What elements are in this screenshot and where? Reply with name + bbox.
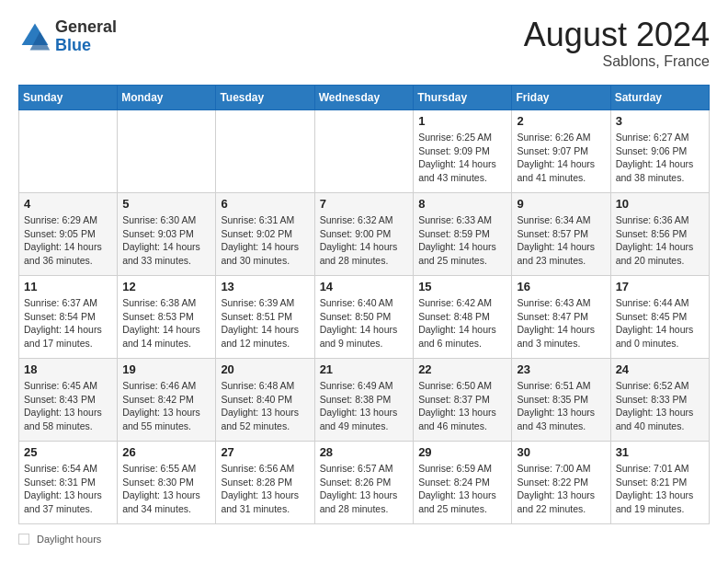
table-row: 15Sunrise: 6:42 AM Sunset: 8:48 PM Dayli…	[414, 276, 512, 359]
table-row: 18Sunrise: 6:45 AM Sunset: 8:43 PM Dayli…	[19, 359, 118, 442]
table-row: 6Sunrise: 6:31 AM Sunset: 9:02 PM Daylig…	[216, 193, 314, 276]
table-row: 29Sunrise: 6:59 AM Sunset: 8:24 PM Dayli…	[414, 442, 512, 524]
day-info: Sunrise: 6:54 AM Sunset: 8:31 PM Dayligh…	[24, 462, 112, 516]
table-row: 24Sunrise: 6:52 AM Sunset: 8:33 PM Dayli…	[610, 359, 709, 442]
day-number: 23	[517, 362, 605, 376]
day-info: Sunrise: 6:38 AM Sunset: 8:53 PM Dayligh…	[122, 296, 210, 350]
table-row: 20Sunrise: 6:48 AM Sunset: 8:40 PM Dayli…	[216, 359, 314, 442]
header-wednesday: Wednesday	[314, 86, 414, 110]
day-info: Sunrise: 6:31 AM Sunset: 9:02 PM Dayligh…	[221, 213, 309, 268]
table-row: 25Sunrise: 6:54 AM Sunset: 8:31 PM Dayli…	[19, 442, 118, 524]
day-info: Sunrise: 6:55 AM Sunset: 8:30 PM Dayligh…	[122, 462, 210, 516]
day-number: 7	[320, 197, 409, 211]
day-info: Sunrise: 6:57 AM Sunset: 8:26 PM Dayligh…	[320, 462, 409, 516]
table-row: 7Sunrise: 6:32 AM Sunset: 9:00 PM Daylig…	[314, 193, 414, 276]
day-info: Sunrise: 6:52 AM Sunset: 8:33 PM Dayligh…	[616, 379, 704, 433]
day-info: Sunrise: 6:40 AM Sunset: 8:50 PM Dayligh…	[320, 296, 409, 350]
title-block: August 2024 Sablons, France	[524, 18, 710, 70]
day-info: Sunrise: 6:37 AM Sunset: 8:54 PM Dayligh…	[24, 296, 112, 350]
table-row: 10Sunrise: 6:36 AM Sunset: 8:56 PM Dayli…	[610, 193, 709, 276]
footer: Daylight hours	[18, 534, 710, 545]
day-number: 10	[616, 197, 704, 211]
day-number: 20	[221, 362, 309, 376]
day-number: 16	[517, 280, 605, 293]
table-row: 23Sunrise: 6:51 AM Sunset: 8:35 PM Dayli…	[512, 359, 610, 442]
header-friday: Friday	[512, 86, 610, 110]
day-number: 24	[616, 362, 704, 376]
table-row: 11Sunrise: 6:37 AM Sunset: 8:54 PM Dayli…	[19, 276, 118, 359]
day-info: Sunrise: 6:48 AM Sunset: 8:40 PM Dayligh…	[221, 379, 309, 433]
table-row: 16Sunrise: 6:43 AM Sunset: 8:47 PM Dayli…	[512, 276, 610, 359]
logo-icon	[18, 20, 51, 53]
table-row: 13Sunrise: 6:39 AM Sunset: 8:51 PM Dayli…	[216, 276, 314, 359]
day-info: Sunrise: 6:51 AM Sunset: 8:35 PM Dayligh…	[517, 379, 605, 433]
day-number: 22	[418, 362, 506, 376]
day-number: 2	[517, 114, 605, 128]
table-row: 30Sunrise: 7:00 AM Sunset: 8:22 PM Dayli…	[512, 442, 610, 524]
day-number: 30	[517, 445, 605, 459]
day-number: 28	[320, 445, 409, 459]
daylight-label: Daylight hours	[37, 534, 101, 545]
calendar-week-row: 18Sunrise: 6:45 AM Sunset: 8:43 PM Dayli…	[19, 359, 710, 442]
logo-text: General Blue	[55, 18, 117, 55]
logo-general: General	[55, 17, 117, 36]
month-year: August 2024	[524, 18, 710, 52]
table-row: 5Sunrise: 6:30 AM Sunset: 9:03 PM Daylig…	[118, 193, 216, 276]
logo: General Blue	[18, 18, 117, 55]
day-number: 5	[122, 197, 210, 211]
header-thursday: Thursday	[414, 86, 512, 110]
table-row: 27Sunrise: 6:56 AM Sunset: 8:28 PM Dayli…	[216, 442, 314, 524]
day-info: Sunrise: 6:26 AM Sunset: 9:07 PM Dayligh…	[517, 131, 605, 185]
daylight-legend-box	[18, 534, 29, 545]
day-number: 31	[616, 445, 704, 459]
day-info: Sunrise: 6:34 AM Sunset: 8:57 PM Dayligh…	[517, 213, 605, 268]
day-info: Sunrise: 6:36 AM Sunset: 8:56 PM Dayligh…	[616, 213, 704, 268]
day-number: 15	[418, 280, 506, 293]
table-row: 1Sunrise: 6:25 AM Sunset: 9:09 PM Daylig…	[414, 110, 512, 193]
table-row: 17Sunrise: 6:44 AM Sunset: 8:45 PM Dayli…	[610, 276, 709, 359]
table-row: 28Sunrise: 6:57 AM Sunset: 8:26 PM Dayli…	[314, 442, 414, 524]
day-number: 9	[517, 197, 605, 211]
day-info: Sunrise: 6:32 AM Sunset: 9:00 PM Dayligh…	[320, 213, 409, 268]
table-row: 8Sunrise: 6:33 AM Sunset: 8:59 PM Daylig…	[414, 193, 512, 276]
day-info: Sunrise: 6:49 AM Sunset: 8:38 PM Dayligh…	[320, 379, 409, 433]
table-row	[314, 110, 414, 193]
logo-blue: Blue	[55, 36, 91, 54]
day-number: 29	[418, 445, 506, 459]
day-info: Sunrise: 6:50 AM Sunset: 8:37 PM Dayligh…	[418, 379, 506, 433]
day-number: 8	[418, 197, 506, 211]
day-info: Sunrise: 6:29 AM Sunset: 9:05 PM Dayligh…	[24, 213, 112, 268]
day-info: Sunrise: 6:25 AM Sunset: 9:09 PM Dayligh…	[418, 131, 506, 185]
day-info: Sunrise: 7:01 AM Sunset: 8:21 PM Dayligh…	[616, 462, 704, 516]
calendar-header-row: Sunday Monday Tuesday Wednesday Thursday…	[19, 86, 710, 110]
table-row	[118, 110, 216, 193]
table-row: 2Sunrise: 6:26 AM Sunset: 9:07 PM Daylig…	[512, 110, 610, 193]
header-tuesday: Tuesday	[216, 86, 314, 110]
day-info: Sunrise: 6:33 AM Sunset: 8:59 PM Dayligh…	[418, 213, 506, 268]
day-number: 25	[24, 445, 112, 459]
day-number: 3	[616, 114, 704, 128]
day-number: 1	[418, 114, 506, 128]
table-row	[216, 110, 314, 193]
day-info: Sunrise: 6:46 AM Sunset: 8:42 PM Dayligh…	[122, 379, 210, 433]
day-number: 6	[221, 197, 309, 211]
day-info: Sunrise: 6:42 AM Sunset: 8:48 PM Dayligh…	[418, 296, 506, 350]
page-header: General Blue August 2024 Sablons, France	[18, 18, 710, 70]
day-number: 13	[221, 280, 309, 293]
day-number: 27	[221, 445, 309, 459]
day-info: Sunrise: 6:27 AM Sunset: 9:06 PM Dayligh…	[616, 131, 704, 185]
calendar-table: Sunday Monday Tuesday Wednesday Thursday…	[18, 85, 710, 524]
day-info: Sunrise: 6:39 AM Sunset: 8:51 PM Dayligh…	[221, 296, 309, 350]
calendar-week-row: 1Sunrise: 6:25 AM Sunset: 9:09 PM Daylig…	[19, 110, 710, 193]
day-info: Sunrise: 6:45 AM Sunset: 8:43 PM Dayligh…	[24, 379, 112, 433]
day-number: 17	[616, 280, 704, 293]
table-row: 9Sunrise: 6:34 AM Sunset: 8:57 PM Daylig…	[512, 193, 610, 276]
calendar-week-row: 4Sunrise: 6:29 AM Sunset: 9:05 PM Daylig…	[19, 193, 710, 276]
table-row: 21Sunrise: 6:49 AM Sunset: 8:38 PM Dayli…	[314, 359, 414, 442]
day-info: Sunrise: 6:44 AM Sunset: 8:45 PM Dayligh…	[616, 296, 704, 350]
day-number: 18	[24, 362, 112, 376]
location: Sablons, France	[524, 53, 710, 70]
table-row	[19, 110, 118, 193]
header-sunday: Sunday	[19, 86, 118, 110]
day-info: Sunrise: 6:56 AM Sunset: 8:28 PM Dayligh…	[221, 462, 309, 516]
